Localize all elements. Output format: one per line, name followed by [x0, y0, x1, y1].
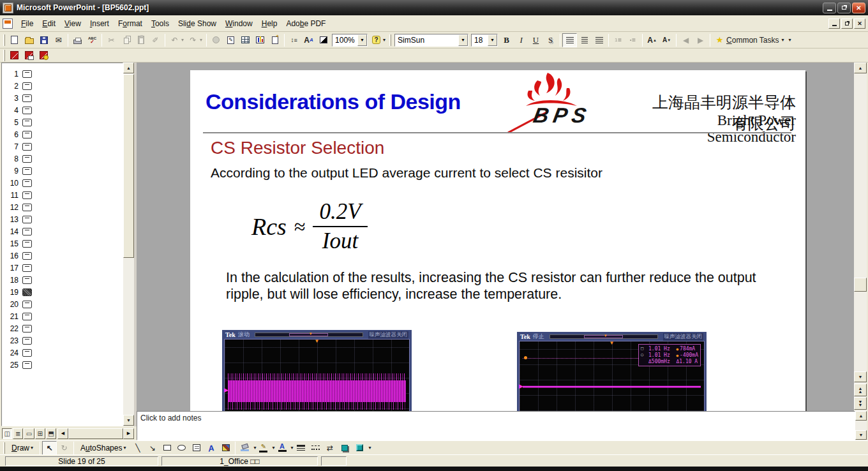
insert-table-button[interactable]	[238, 33, 253, 47]
fill-color-button[interactable]	[237, 441, 252, 455]
convert-to-pdf-button[interactable]	[7, 49, 22, 63]
close-button[interactable]: ✕	[852, 3, 865, 13]
print-button[interactable]	[70, 33, 85, 47]
menu-tools[interactable]: Tools	[147, 17, 174, 30]
slide-canvas[interactable]: Considerations of Design BPS 上海晶丰明源半导体有限…	[190, 70, 805, 411]
menu-adobe-pdf[interactable]: Adobe PDF	[281, 17, 330, 30]
italic-button[interactable]: I	[514, 33, 528, 47]
outline-slide-5[interactable]: 5	[2, 116, 123, 128]
outline-slide-7[interactable]: 7	[2, 140, 123, 153]
open-button[interactable]	[22, 33, 36, 47]
slide-view-button[interactable]: ▭	[24, 428, 34, 439]
font-size-dropdown-icon[interactable]: ▼	[488, 34, 497, 46]
slide-icon[interactable]	[22, 131, 32, 138]
line-color-button[interactable]: ✎	[256, 441, 271, 455]
arrow-tool-button[interactable]: ↘	[145, 441, 160, 455]
slide-icon[interactable]	[22, 325, 32, 333]
menu-slide-show[interactable]: Slide Show	[174, 17, 221, 30]
outline-slide-1[interactable]: 1	[2, 68, 123, 80]
cut-button[interactable]: ✂	[104, 33, 119, 47]
outline-slide-13[interactable]: 13	[2, 213, 123, 225]
outline-slide-16[interactable]: 16	[2, 250, 123, 262]
menu-help[interactable]: Help	[257, 17, 282, 30]
outline-slide-23[interactable]: 23	[2, 334, 123, 347]
outline-slide-10[interactable]: 10	[2, 177, 123, 189]
drawbar-options-icon[interactable]: ▾	[369, 445, 371, 451]
scroll-down-button[interactable]: ▼	[123, 415, 134, 426]
draw-menu-button[interactable]: Draw▾	[7, 442, 38, 454]
outline-slide-6[interactable]: 6	[2, 128, 123, 140]
wordart-button[interactable]: A	[204, 441, 218, 455]
common-tasks-button[interactable]: ★ Common Tasks ▾	[712, 33, 786, 47]
outline-slide-21[interactable]: 21	[2, 310, 123, 322]
outline-slide-18[interactable]: 18	[2, 274, 123, 286]
slide-icon[interactable]	[22, 252, 32, 260]
arrow-style-button[interactable]: ⇄	[323, 441, 338, 455]
font-size-combobox[interactable]: 18 ▼	[471, 34, 498, 47]
outline-slide-11[interactable]: 11	[2, 189, 123, 201]
line-tool-button[interactable]: ╲	[130, 441, 145, 455]
rectangle-tool-button[interactable]	[160, 441, 174, 455]
menu-format[interactable]: Format	[114, 17, 147, 30]
next-slide-button[interactable]: ▼▼	[854, 397, 867, 410]
scroll-down-button[interactable]: ▼	[854, 371, 867, 382]
notes-pane[interactable]: Click to add notes	[137, 411, 855, 440]
save-button[interactable]	[36, 33, 51, 47]
slide-icon[interactable]	[22, 240, 32, 248]
line-spacing-button[interactable]: ↕≡	[287, 33, 301, 47]
outline-slide-8[interactable]: 8	[2, 153, 123, 165]
doc-close-button[interactable]: ✕	[854, 19, 865, 29]
slide-icon[interactable]	[22, 228, 32, 236]
outline-slide-24[interactable]: 24	[2, 347, 123, 359]
slide-sorter-view-button[interactable]: ⊞	[35, 428, 45, 439]
doc-minimize-button[interactable]	[828, 19, 840, 29]
bold-button[interactable]: B	[499, 33, 514, 47]
slide-icon[interactable]	[22, 337, 32, 345]
outline-slide-15[interactable]: 15	[2, 237, 123, 250]
threed-button[interactable]	[352, 441, 367, 455]
promote-button[interactable]: ◀	[678, 33, 693, 47]
slide-icon[interactable]	[22, 276, 32, 284]
slide-icon[interactable]	[22, 167, 32, 175]
demote-button[interactable]: ▶	[693, 33, 708, 47]
slide-icon[interactable]	[22, 119, 32, 126]
oscilloscope-image-ripple[interactable]: Tek 滚动 ▼ 噪声滤波器关闭 ▼ ▶	[222, 330, 412, 411]
slide-icon[interactable]	[22, 82, 32, 90]
shadow-button[interactable]	[338, 441, 352, 455]
numbering-button[interactable]: 1≣	[611, 33, 625, 47]
redo-button[interactable]: ↷▾	[186, 33, 204, 47]
outline-slide-12[interactable]: 12	[2, 201, 123, 213]
slide-icon[interactable]	[22, 361, 32, 369]
clip-art-button[interactable]	[218, 441, 233, 455]
company-name-english[interactable]: Bright Power Semiconductor	[647, 112, 796, 146]
scroll-left-button[interactable]: ◀	[57, 428, 68, 439]
formula[interactable]: Rcs ≈ 0.2V Iout	[251, 199, 368, 254]
outline-slide-14[interactable]: 14	[2, 225, 123, 237]
line-style-button[interactable]	[294, 441, 308, 455]
align-center-button[interactable]	[577, 33, 592, 47]
outline-view-button[interactable]: ≣	[13, 428, 23, 439]
bullets-button[interactable]: •≣	[625, 33, 640, 47]
slide-body-text[interactable]: In the calculation of the results, incre…	[226, 269, 760, 303]
text-box-button[interactable]	[189, 441, 204, 455]
menu-insert[interactable]: Insert	[86, 17, 114, 30]
show-formatting-button[interactable]: AA	[301, 33, 316, 47]
toolbar-grip[interactable]	[3, 50, 5, 61]
slide-heading[interactable]: CS Resistor Selection	[211, 138, 384, 158]
email-button[interactable]: ✉	[51, 33, 66, 47]
new-slide-button[interactable]	[267, 33, 282, 47]
slide-icon[interactable]	[22, 288, 32, 296]
slide-icon[interactable]	[22, 301, 32, 308]
outline-slide-25[interactable]: 25	[2, 359, 123, 371]
scrollbar-thumb[interactable]	[123, 74, 134, 258]
format-painter-button[interactable]: ✐	[148, 33, 163, 47]
menu-window[interactable]: Window	[221, 17, 257, 30]
align-right-button[interactable]	[592, 33, 606, 47]
autoshapes-menu-button[interactable]: AutoShapes▾	[76, 442, 130, 454]
outline-slide-20[interactable]: 20	[2, 298, 123, 310]
decrease-font-size-button[interactable]: A▼	[659, 33, 674, 47]
help-button[interactable]: ?▾	[369, 33, 387, 47]
scroll-up-button[interactable]: ▲	[123, 63, 134, 73]
previous-slide-button[interactable]: ▲▲	[854, 384, 867, 396]
text-shadow-button[interactable]: S	[543, 33, 558, 47]
